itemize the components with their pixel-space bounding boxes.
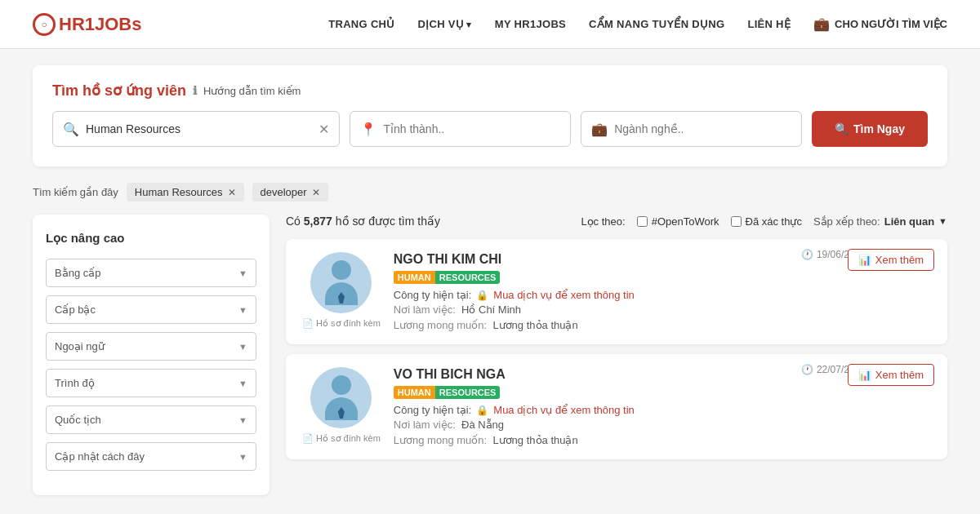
doc-icon: 📄 [302, 318, 314, 329]
candidate-detail-row-1: Nơi làm việc: Hồ Chí Minh [394, 304, 931, 316]
search-section: Tìm hồ sơ ứng viên ℹ Hướng dẫn tìm kiếm … [33, 65, 947, 166]
candidate-salary-row-1: Lương mong muốn: Lương thỏa thuận [394, 319, 931, 331]
logo[interactable]: ○ HR1JOBs [33, 13, 141, 36]
tag-human-2: HUMAN [394, 386, 435, 399]
open-to-work-checkbox[interactable] [637, 216, 648, 227]
view-more-btn-1[interactable]: 📊 Xem thêm [848, 249, 934, 271]
sort-by: Sắp xếp theo: Liên quan ▼ [813, 215, 947, 228]
briefcase-icon: 💼 [813, 16, 830, 32]
content-area: Lọc nâng cao Bằng cấp ▼ Cấp bậc ▼ Ngoại … [33, 215, 947, 495]
remove-tag-dev-icon[interactable]: ✕ [312, 187, 320, 198]
candidate-tag-2: HUMAN RESOURCES [394, 386, 501, 399]
nav-cam-nang[interactable]: CẨM NANG TUYỂN DỤNG [589, 18, 724, 30]
sort-arrow-icon: ▼ [938, 216, 947, 226]
candidate-company-1: Công ty hiện tại: 🔒 Mua dịch vụ để xem t… [394, 289, 931, 301]
sort-label: Sắp xếp theo: [813, 215, 880, 228]
avatar-head-2 [332, 375, 351, 395]
search-section-title: Tìm hồ sơ ứng viên ℹ Hướng dẫn tìm kiếm [52, 82, 928, 100]
search-guide-link[interactable]: Hướng dẫn tìm kiếm [203, 85, 301, 97]
industry-input[interactable] [614, 122, 791, 135]
nav-my-hr1jobs[interactable]: MY HR1JOBS [495, 18, 566, 30]
nav-dich-vu[interactable]: DỊCH VỤ [418, 18, 472, 30]
filter-cap-bac-arrow: ▼ [238, 305, 247, 315]
filter-open-to-work[interactable]: #OpenToWork [637, 215, 719, 228]
pin-icon: 📍 [360, 122, 376, 137]
clear-search-icon[interactable]: ✕ [318, 122, 329, 137]
search-input-container: 🔍 ✕ [52, 111, 340, 147]
candidate-company-2: Công ty hiện tại: 🔒 Mua dịch vụ để xem t… [394, 404, 931, 416]
salary-1: Lương mong muốn: Lương thỏa thuận [394, 319, 578, 331]
tag-resources-1: RESOURCES [435, 271, 501, 284]
logo-circle-icon: ○ [33, 13, 56, 36]
search-btn-icon: 🔍 [835, 122, 849, 135]
filter-ngoai-ngu[interactable]: Ngoại ngữ ▼ [46, 332, 256, 361]
profile-incomplete-1: 📄 Hồ sơ đính kèm [302, 318, 381, 329]
nav-cho-nguoi[interactable]: 💼 CHO NGƯỜI TÌM VIỆC [813, 16, 947, 32]
results-filters: Lọc theo: #OpenToWork Đã xác thực Sắp xế… [581, 215, 947, 228]
profile-incomplete-2: 📄 Hồ sơ đính kèm [302, 433, 381, 444]
results-header: Có 5,877 hồ sơ được tìm thấy Lọc theo: #… [286, 215, 947, 228]
filter-quoc-tich[interactable]: Quốc tịch ▼ [46, 405, 256, 434]
recent-tag-developer[interactable]: developer ✕ [252, 183, 328, 202]
filter-bang-cap[interactable]: Bằng cấp ▼ [46, 259, 256, 287]
filter-ngoai-ngu-arrow: ▼ [238, 342, 247, 352]
candidate-avatar-2 [310, 367, 372, 428]
candidate-detail-row-2: Nơi làm việc: Đà Nẵng [394, 419, 931, 431]
view-more-btn-2[interactable]: 📊 Xem thêm [848, 364, 934, 386]
search-row: 🔍 ✕ 📍 💼 🔍 Tìm Ngay [52, 111, 928, 147]
recent-tag-hr[interactable]: Human Resources ✕ [127, 183, 244, 202]
tag-human-1: HUMAN [394, 271, 435, 284]
lock-icon-2: 🔒 [476, 405, 488, 416]
filter-panel: Lọc nâng cao Bằng cấp ▼ Cấp bậc ▼ Ngoại … [33, 215, 270, 495]
header: ○ HR1JOBs TRANG CHỦ DỊCH VỤ MY HR1JOBS C… [0, 0, 980, 49]
main-content: Tìm hồ sơ ứng viên ℹ Hướng dẫn tìm kiếm … [0, 49, 980, 512]
candidate-card-1: 📄 Hồ sơ đính kèm NGO THI KIM CHI HUMAN R… [286, 239, 947, 344]
results-panel: Có 5,877 hồ sơ được tìm thấy Lọc theo: #… [286, 215, 947, 495]
info-icon: ℹ [193, 84, 197, 97]
nav-trang-chu[interactable]: TRANG CHỦ [328, 18, 394, 30]
excel-icon-2: 📊 [858, 369, 871, 381]
recent-searches-label: Tìm kiếm gần đây [33, 186, 118, 198]
search-icon: 🔍 [63, 122, 79, 137]
search-input[interactable] [86, 122, 318, 135]
sort-value[interactable]: Liên quan [884, 215, 934, 228]
location-input[interactable] [383, 122, 560, 135]
clock-icon-2: 🕐 [801, 364, 813, 375]
filter-title: Lọc nâng cao [46, 231, 256, 246]
search-button[interactable]: 🔍 Tìm Ngay [812, 111, 928, 147]
industry-icon: 💼 [591, 122, 608, 137]
clock-icon-1: 🕐 [801, 249, 813, 260]
avatar-head [332, 260, 351, 280]
candidate-avatar-1 [310, 252, 372, 313]
workplace-2: Nơi làm việc: Đà Nẵng [394, 419, 504, 431]
verified-checkbox[interactable] [731, 216, 742, 227]
lock-icon-1: 🔒 [476, 290, 488, 301]
recent-searches: Tìm kiếm gần đây Human Resources ✕ devel… [33, 183, 947, 202]
candidate-card-2: 📄 Hồ sơ đính kèm VO THI BICH NGA HUMAN R… [286, 354, 947, 459]
candidate-tag-1: HUMAN RESOURCES [394, 271, 501, 284]
filter-quoc-tich-arrow: ▼ [238, 415, 247, 425]
industry-input-container: 💼 [581, 111, 802, 147]
nav-lien-he[interactable]: LIÊN HỆ [747, 18, 791, 30]
filter-verified[interactable]: Đã xác thực [731, 215, 802, 228]
tag-resources-2: RESOURCES [435, 386, 501, 399]
remove-tag-hr-icon[interactable]: ✕ [228, 187, 236, 198]
filter-cap-nhat[interactable]: Cập nhật cách đây ▼ [46, 442, 256, 471]
results-count: Có 5,877 hồ sơ được tìm thấy [286, 215, 440, 228]
loco-by-label: Lọc theo: [581, 215, 625, 228]
filter-trinh-do[interactable]: Trình độ ▼ [46, 369, 256, 397]
main-nav: TRANG CHỦ DỊCH VỤ MY HR1JOBS CẨM NANG TU… [328, 16, 947, 32]
filter-cap-bac[interactable]: Cấp bậc ▼ [46, 295, 256, 324]
filter-trinh-do-arrow: ▼ [238, 379, 247, 388]
salary-2: Lương mong muốn: Lương thỏa thuận [394, 434, 578, 446]
excel-icon-1: 📊 [858, 254, 871, 266]
doc-icon-2: 📄 [302, 433, 314, 444]
location-input-container: 📍 [350, 111, 571, 147]
workplace-1: Nơi làm việc: Hồ Chí Minh [394, 304, 521, 316]
filter-bang-cap-arrow: ▼ [238, 268, 247, 278]
candidate-salary-row-2: Lương mong muốn: Lương thỏa thuận [394, 434, 931, 446]
filter-cap-nhat-arrow: ▼ [238, 452, 247, 462]
